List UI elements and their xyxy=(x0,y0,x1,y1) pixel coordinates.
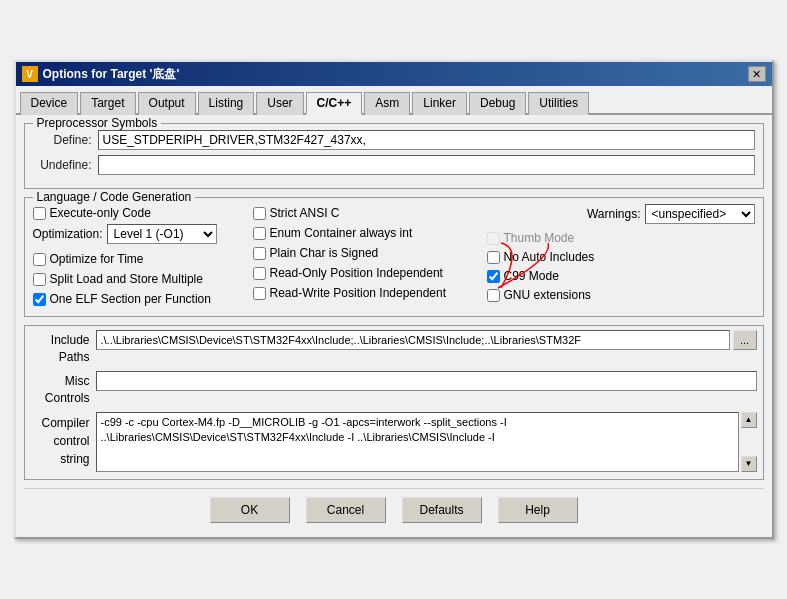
thumb-mode-row: Thumb Mode xyxy=(483,229,755,247)
main-window: V Options for Target '底盘' ✕ Device Targe… xyxy=(14,60,774,538)
compiler-control-input[interactable]: -c99 -c -cpu Cortex-M4.fp -D__MICROLIB -… xyxy=(96,412,739,472)
include-paths-wrap: ... xyxy=(96,330,757,350)
include-paths-input[interactable] xyxy=(96,330,730,350)
readonly-pos-row: Read-Only Position Independent xyxy=(253,264,483,282)
strict-ansi-checkbox[interactable] xyxy=(253,207,266,220)
compiler-text-wrap: -c99 -c -cpu Cortex-M4.fp -D__MICROLIB -… xyxy=(96,412,757,475)
tab-target[interactable]: Target xyxy=(80,92,135,115)
content-area: Preprocessor Symbols Define: Undefine: L… xyxy=(16,115,772,536)
include-section: IncludePaths ... MiscControls Compilerco… xyxy=(24,325,764,479)
one-elf-checkbox[interactable] xyxy=(33,293,46,306)
plain-char-row: Plain Char is Signed xyxy=(253,244,483,262)
tab-user[interactable]: User xyxy=(256,92,303,115)
language-group: Language / Code Generation Execute-only … xyxy=(24,197,764,317)
tab-device[interactable]: Device xyxy=(20,92,79,115)
execute-only-label: Execute-only Code xyxy=(50,206,151,220)
enum-container-checkbox[interactable] xyxy=(253,227,266,240)
no-auto-includes-checkbox[interactable] xyxy=(487,251,500,264)
button-bar: OK Cancel Defaults Help xyxy=(24,488,764,529)
tab-bar: Device Target Output Listing User C/C++ … xyxy=(16,86,772,115)
warnings-row: Warnings: <unspecified> xyxy=(483,204,755,224)
c99-mode-label: C99 Mode xyxy=(504,269,559,283)
readonly-pos-checkbox[interactable] xyxy=(253,267,266,280)
help-button[interactable]: Help xyxy=(498,497,578,523)
scroll-up-button[interactable]: ▲ xyxy=(741,412,757,428)
split-load-row: Split Load and Store Multiple xyxy=(33,270,253,288)
plain-char-checkbox[interactable] xyxy=(253,247,266,260)
no-auto-includes-row: No Auto Includes xyxy=(483,248,755,266)
undefine-input[interactable] xyxy=(98,155,755,175)
misc-controls-wrap xyxy=(96,371,757,391)
compiler-control-row: Compilercontrolstring -c99 -c -cpu Corte… xyxy=(31,412,757,475)
strict-ansi-row: Strict ANSI C xyxy=(253,204,483,222)
gnu-extensions-label: GNU extensions xyxy=(504,288,591,302)
tab-cpp[interactable]: C/C++ xyxy=(306,92,363,115)
one-elf-label: One ELF Section per Function xyxy=(50,292,211,306)
window-title: Options for Target '底盘' xyxy=(43,66,180,83)
readonly-pos-label: Read-Only Position Independent xyxy=(270,266,443,280)
readwrite-pos-row: Read-Write Position Independent xyxy=(253,284,483,302)
plain-char-label: Plain Char is Signed xyxy=(270,246,379,260)
define-row: Define: xyxy=(33,130,755,150)
thumb-mode-checkbox[interactable] xyxy=(487,232,500,245)
language-label: Language / Code Generation xyxy=(33,190,196,204)
include-paths-label: IncludePaths xyxy=(31,330,96,366)
execute-only-row: Execute-only Code xyxy=(33,204,253,222)
thumb-mode-label: Thumb Mode xyxy=(504,231,575,245)
scroll-controls: ▲ ▼ xyxy=(741,412,757,472)
optimize-time-row: Optimize for Time xyxy=(33,250,253,268)
optimization-label: Optimization: xyxy=(33,227,103,241)
gnu-extensions-checkbox[interactable] xyxy=(487,289,500,302)
no-auto-includes-label: No Auto Includes xyxy=(504,250,595,264)
include-paths-row: IncludePaths ... xyxy=(31,330,757,366)
undefine-row: Undefine: xyxy=(33,155,755,175)
scroll-down-button[interactable]: ▼ xyxy=(741,456,757,472)
warnings-select[interactable]: <unspecified> xyxy=(645,204,755,224)
define-label: Define: xyxy=(33,133,98,147)
misc-controls-label: MiscControls xyxy=(31,371,96,407)
tab-output[interactable]: Output xyxy=(138,92,196,115)
split-load-label: Split Load and Store Multiple xyxy=(50,272,203,286)
strict-ansi-label: Strict ANSI C xyxy=(270,206,340,220)
preprocessor-label: Preprocessor Symbols xyxy=(33,116,162,130)
c99-mode-row: C99 Mode xyxy=(483,267,755,285)
readwrite-pos-checkbox[interactable] xyxy=(253,287,266,300)
define-input[interactable] xyxy=(98,130,755,150)
split-load-checkbox[interactable] xyxy=(33,273,46,286)
compiler-control-label: Compilercontrolstring xyxy=(31,412,96,468)
execute-only-checkbox[interactable] xyxy=(33,207,46,220)
col1: Execute-only Code Optimization: Level 1 … xyxy=(33,204,253,308)
app-icon: V xyxy=(22,66,38,82)
optimization-row: Optimization: Level 1 (-O1) xyxy=(33,224,253,244)
tab-utilities[interactable]: Utilities xyxy=(528,92,589,115)
warnings-label: Warnings: xyxy=(587,207,641,221)
include-browse-button[interactable]: ... xyxy=(733,330,757,350)
misc-controls-row: MiscControls xyxy=(31,371,757,407)
readwrite-pos-label: Read-Write Position Independent xyxy=(270,286,447,300)
tab-asm[interactable]: Asm xyxy=(364,92,410,115)
col3: Warnings: <unspecified> Thumb Mode No Au… xyxy=(483,204,755,308)
enum-container-label: Enum Container always int xyxy=(270,226,413,240)
optimize-time-checkbox[interactable] xyxy=(33,253,46,266)
preprocessor-group: Preprocessor Symbols Define: Undefine: xyxy=(24,123,764,189)
gnu-extensions-row: GNU extensions xyxy=(487,286,755,304)
one-elf-row: One ELF Section per Function xyxy=(33,290,253,308)
optimization-select[interactable]: Level 1 (-O1) xyxy=(107,224,217,244)
undefine-label: Undefine: xyxy=(33,158,98,172)
c99-mode-checkbox[interactable] xyxy=(487,270,500,283)
col2: Strict ANSI C Enum Container always int … xyxy=(253,204,483,308)
misc-controls-input[interactable] xyxy=(96,371,757,391)
gnu-extensions-row-wrap: GNU extensions xyxy=(483,286,755,304)
close-button[interactable]: ✕ xyxy=(748,66,766,82)
enum-container-row: Enum Container always int xyxy=(253,224,483,242)
title-bar: V Options for Target '底盘' ✕ xyxy=(16,62,772,86)
cancel-button[interactable]: Cancel xyxy=(306,497,386,523)
ok-button[interactable]: OK xyxy=(210,497,290,523)
defaults-button[interactable]: Defaults xyxy=(402,497,482,523)
tab-linker[interactable]: Linker xyxy=(412,92,467,115)
tab-debug[interactable]: Debug xyxy=(469,92,526,115)
tab-listing[interactable]: Listing xyxy=(198,92,255,115)
optimize-time-label: Optimize for Time xyxy=(50,252,144,266)
